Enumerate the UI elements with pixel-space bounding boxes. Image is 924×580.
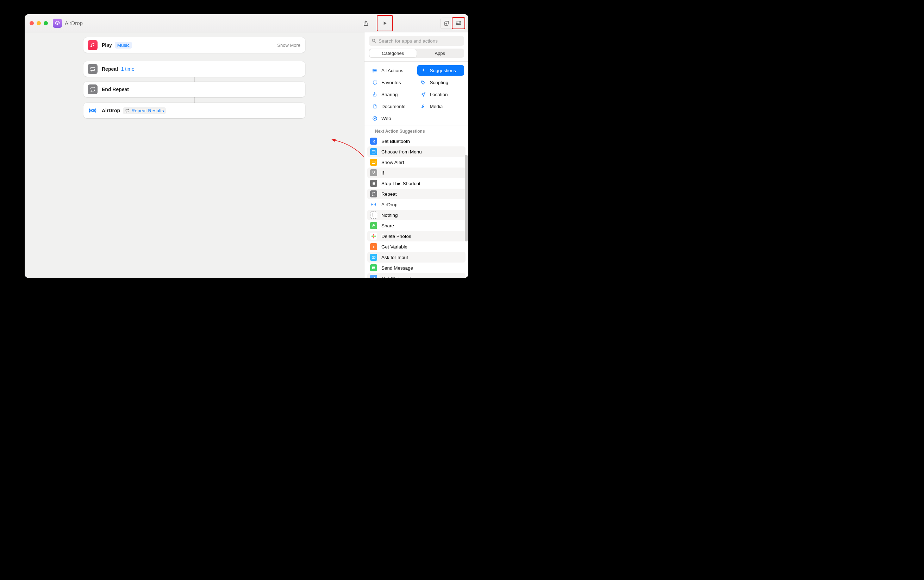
category-web[interactable]: Web — [369, 113, 416, 124]
library-add-button[interactable] — [441, 18, 452, 28]
shortcut-title: AirDrop — [65, 20, 83, 26]
sidebar-scrollbar[interactable] — [465, 155, 468, 241]
suggestion-label: Set Bluetooth — [381, 138, 410, 144]
suggestion-label: Send Message — [381, 265, 413, 271]
category-documents[interactable]: Documents — [369, 101, 416, 112]
action-play[interactable]: Play Music Show More — [83, 37, 305, 53]
tab-apps[interactable]: Apps — [417, 49, 464, 57]
suggestion-send-message[interactable]: Send Message — [367, 262, 465, 273]
category-suggestions[interactable]: Suggestions — [417, 65, 464, 76]
fullscreen-window-button[interactable] — [44, 21, 48, 25]
suggestion-stop-this-shortcut[interactable]: Stop This Shortcut — [367, 178, 465, 189]
message-icon — [370, 264, 377, 271]
suggestion-label: Delete Photos — [381, 234, 411, 239]
share-button[interactable] — [359, 17, 373, 29]
svg-point-6 — [372, 39, 375, 41]
doc-icon — [371, 104, 378, 109]
share-icon — [371, 92, 378, 97]
workflow-canvas[interactable]: Play Music Show More Repeat 1 time End R… — [25, 32, 364, 278]
suggestion-set-bluetooth[interactable]: Set Bluetooth — [367, 136, 465, 147]
action-label: Play — [102, 42, 112, 48]
repeat-icon — [88, 84, 97, 94]
suggestion-share[interactable]: Share — [367, 220, 465, 231]
suggestion-label: Show Alert — [381, 160, 404, 165]
svg-point-20 — [373, 234, 374, 236]
airdrop-input-token[interactable]: Repeat Results — [123, 107, 166, 114]
minimize-window-button[interactable] — [36, 21, 41, 25]
svg-point-9 — [373, 71, 373, 72]
sparkle-icon — [420, 68, 426, 73]
list-icon — [371, 68, 378, 73]
alert-icon — [370, 159, 377, 166]
svg-rect-17 — [372, 214, 375, 216]
suggestion-ask-for-input[interactable]: Ask for Input — [367, 252, 465, 262]
suggestion-label: Choose from Menu — [381, 149, 422, 155]
repeat-icon — [370, 190, 377, 198]
repeat-count-token[interactable]: 1 time — [121, 66, 135, 72]
search-input[interactable] — [379, 38, 461, 44]
menu-icon — [370, 148, 377, 155]
red-arrow-annotation — [329, 136, 364, 240]
repeat-icon — [88, 64, 97, 74]
svg-rect-14 — [372, 161, 375, 164]
actions-sidebar: Categories Apps All ActionsSuggestionsFa… — [364, 32, 469, 278]
clipboard-icon — [370, 275, 377, 278]
suggestion-get-variable[interactable]: xGet Variable — [367, 241, 465, 252]
category-label: Sharing — [381, 92, 398, 97]
nothing-icon — [370, 211, 377, 219]
category-label: Favorites — [381, 80, 401, 85]
action-airdrop[interactable]: AirDrop Repeat Results — [83, 103, 305, 118]
category-all-actions[interactable]: All Actions — [369, 65, 416, 76]
category-scripting[interactable]: Scripting — [417, 77, 464, 87]
sidebar-tabs: Categories Apps — [369, 49, 464, 58]
action-end-repeat[interactable]: End Repeat — [83, 82, 305, 97]
svg-point-3 — [456, 23, 457, 23]
suggestion-label: Get Variable — [381, 244, 408, 249]
suggestion-get-clipboard[interactable]: Get Clipboard — [367, 273, 465, 278]
category-sharing[interactable]: Sharing — [369, 89, 416, 100]
play-music-token[interactable]: Music — [115, 42, 132, 49]
action-repeat[interactable]: Repeat 1 time — [83, 61, 305, 77]
category-location[interactable]: Location — [417, 89, 464, 100]
share-icon — [370, 222, 377, 229]
suggestion-label: AirDrop — [381, 202, 398, 207]
close-window-button[interactable] — [30, 21, 34, 25]
tab-categories[interactable]: Categories — [370, 49, 417, 57]
suggestions-header: Next Action Suggestions — [365, 126, 469, 136]
suggestion-delete-photos[interactable]: Delete Photos — [367, 231, 465, 241]
category-label: Media — [430, 104, 443, 109]
svg-rect-27 — [373, 277, 374, 277]
suggestion-if[interactable]: If — [367, 168, 465, 178]
suggestion-label: Share — [381, 223, 394, 228]
suggestion-choose-from-menu[interactable]: Choose from Menu — [367, 147, 465, 157]
show-more-button[interactable]: Show More — [277, 43, 300, 48]
svg-point-8 — [373, 70, 373, 71]
suggestion-repeat[interactable]: Repeat — [367, 189, 465, 199]
inspector-toggle-button[interactable] — [452, 18, 464, 28]
run-button[interactable] — [378, 17, 391, 29]
svg-point-21 — [373, 237, 374, 239]
suggestion-label: Nothing — [381, 213, 398, 218]
airdrop-token-text: Repeat Results — [131, 108, 164, 113]
suggestion-airdrop[interactable]: AirDrop — [367, 199, 465, 210]
search-field[interactable] — [369, 36, 464, 46]
photos-icon — [370, 232, 377, 240]
airdrop-icon — [88, 105, 97, 115]
titlebar: AirDrop — [25, 14, 469, 32]
repeat-glyph-icon — [125, 109, 130, 113]
svg-point-22 — [371, 236, 373, 237]
suggestion-show-alert[interactable]: Show Alert — [367, 157, 465, 168]
category-label: Location — [430, 92, 448, 97]
var-icon: x — [370, 243, 377, 250]
category-media[interactable]: Media — [417, 101, 464, 112]
nav-arrow-icon — [420, 92, 426, 97]
action-label: AirDrop — [102, 108, 120, 113]
run-highlight — [377, 15, 393, 31]
connector-line — [194, 97, 195, 103]
category-label: Documents — [381, 104, 405, 109]
category-favorites[interactable]: Favorites — [369, 77, 416, 87]
search-icon — [371, 38, 376, 43]
suggestion-nothing[interactable]: Nothing — [367, 210, 465, 220]
action-label: End Repeat — [102, 87, 129, 92]
svg-point-23 — [374, 236, 376, 237]
